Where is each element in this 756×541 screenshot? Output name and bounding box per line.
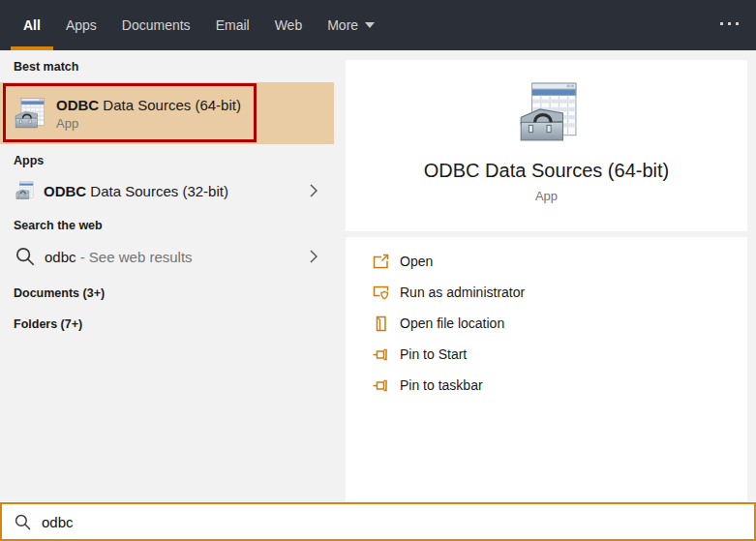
documents-section-header[interactable]: Documents (3+) [14, 286, 334, 301]
ellipsis-dot [720, 22, 723, 25]
ellipsis-dot [728, 22, 731, 25]
odbc-app-icon-small [15, 181, 34, 200]
preview-actions-card: Open Run as administrator Open file loca… [346, 237, 747, 501]
result-web-label: odbc - See web results [45, 249, 193, 265]
more-options-button[interactable] [720, 22, 739, 25]
action-pin-start-label: Pin to Start [400, 346, 467, 362]
pin-icon [373, 346, 389, 363]
result-odbc32-label: ODBC Data Sources (32-bit) [44, 183, 228, 199]
web-suffix-text: - See web results [76, 249, 193, 265]
action-pin-to-taskbar[interactable]: Pin to taskbar [346, 370, 747, 401]
best-match-header: Best match [14, 50, 334, 75]
search-filter-tabbar: All Apps Documents Email Web More [0, 0, 756, 50]
open-icon [373, 254, 389, 270]
action-open[interactable]: Open [346, 246, 747, 277]
tab-more-label: More [327, 17, 358, 33]
result-odbc32-label-rest: Data Sources (32-bit) [86, 183, 228, 199]
preview-app-title: ODBC Data Sources (64-bit) [346, 160, 747, 182]
best-match-subtitle: App [56, 116, 241, 131]
tab-documents[interactable]: Documents [109, 0, 203, 50]
chevron-down-icon [365, 22, 375, 28]
file-location-icon [373, 316, 389, 332]
pin-icon [373, 377, 389, 394]
odbc-app-icon [13, 97, 45, 130]
best-match-title-bold: ODBC [56, 97, 99, 113]
tab-documents-label: Documents [122, 17, 191, 33]
apps-section-header: Apps [14, 153, 334, 168]
search-icon [15, 247, 35, 266]
best-match-title-rest: Data Sources (64-bit) [99, 97, 241, 113]
odbc-app-icon-large [515, 80, 579, 144]
best-match-text: ODBC Data Sources (64-bit) App [56, 97, 241, 131]
windows-search-panel: All Apps Documents Email Web More Best m… [0, 0, 756, 541]
best-match-result-odbc64[interactable]: ODBC Data Sources (64-bit) App [0, 82, 334, 144]
tab-all[interactable]: All [11, 0, 53, 50]
preview-app-subtitle: App [346, 189, 747, 203]
result-web-odbc[interactable]: odbc - See web results [0, 241, 334, 272]
tab-web[interactable]: Web [262, 0, 316, 50]
action-pin-taskbar-label: Pin to taskbar [400, 377, 483, 393]
action-file-location-label: Open file location [400, 316, 504, 331]
tab-apps-label: Apps [66, 17, 97, 33]
folders-section-header[interactable]: Folders (7+) [14, 316, 334, 332]
action-pin-to-start[interactable]: Pin to Start [346, 339, 747, 370]
preview-app-card: ODBC Data Sources (64-bit) App [346, 60, 747, 231]
search-results-panel: Best match ODBC Data Sources (64-bit) Ap… [0, 50, 334, 502]
tab-email-label: Email [216, 17, 250, 33]
web-query-text: odbc [45, 249, 76, 265]
tab-all-label: All [23, 17, 41, 33]
preview-panel: ODBC Data Sources (64-bit) App Open Run … [334, 50, 756, 502]
result-odbc32-label-bold: ODBC [44, 183, 86, 199]
tab-more[interactable]: More [315, 0, 387, 50]
action-run-as-admin-label: Run as administrator [400, 285, 525, 300]
ellipsis-dot [736, 22, 739, 25]
tab-email[interactable]: Email [203, 0, 262, 50]
web-section-header: Search the web [14, 218, 334, 233]
action-open-file-location[interactable]: Open file location [346, 308, 747, 339]
run-as-admin-icon [373, 285, 389, 301]
best-match-title: ODBC Data Sources (64-bit) [56, 97, 241, 113]
chevron-right-icon[interactable] [310, 184, 318, 197]
result-odbc32[interactable]: ODBC Data Sources (32-bit) [0, 175, 334, 206]
action-run-as-administrator[interactable]: Run as administrator [346, 277, 747, 308]
search-input[interactable] [42, 514, 754, 530]
tab-apps[interactable]: Apps [53, 0, 109, 50]
action-open-label: Open [400, 254, 433, 269]
tab-web-label: Web [275, 17, 303, 33]
taskbar-search-box [0, 502, 756, 541]
search-icon [15, 514, 31, 530]
chevron-right-icon[interactable] [310, 250, 318, 263]
